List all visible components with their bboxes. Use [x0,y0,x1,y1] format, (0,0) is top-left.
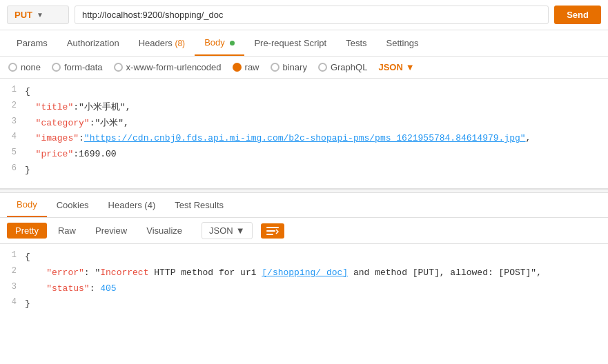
resp-line-2: 2 "error": "Incorrect HTTP method for ur… [0,265,608,281]
response-body: 1 { 2 "error": "Incorrect HTTP method fo… [0,244,608,318]
req-line-3: 3 "category":"小米", [0,116,608,132]
method-select[interactable]: PUT ▼ [7,6,69,24]
view-raw-button[interactable]: Raw [50,223,84,239]
radio-graphql-icon [318,63,327,72]
method-label: PUT [14,10,32,20]
tab-body[interactable]: Body [195,30,244,56]
radio-urlencoded-icon [114,63,123,72]
radio-none-icon [8,63,17,72]
req-line-5: 5 "price":1699.00 [0,147,608,163]
tab-authorization[interactable]: Authorization [57,31,129,55]
request-body-editor[interactable]: 1 { 2 "title":"小米手机", 3 "category":"小米",… [0,79,608,189]
resp-line-3: 3 "status": 405 [0,281,608,297]
resp-tab-body[interactable]: Body [7,193,47,217]
tab-params[interactable]: Params [7,31,57,55]
send-button[interactable]: Send [554,6,601,24]
response-tabs: Body Cookies Headers (4) Test Results [0,193,608,218]
format-chevron-icon: ▼ [236,225,245,236]
body-type-row: none form-data x-www-form-urlencoded raw… [0,57,608,79]
tab-settings[interactable]: Settings [377,31,429,55]
body-type-form-data[interactable]: form-data [52,62,103,72]
body-active-dot [230,41,235,46]
view-visualize-button[interactable]: Visualize [138,223,190,239]
response-format-dropdown[interactable]: JSON ▼ [202,222,253,239]
req-line-2: 2 "title":"小米手机", [0,100,608,116]
svg-rect-2 [266,234,273,235]
headers-badge: (8) [175,39,185,48]
body-type-binary[interactable]: binary [271,62,307,72]
tab-prerequest[interactable]: Pre-request Script [244,31,336,55]
radio-binary-icon [271,63,280,72]
svg-rect-0 [266,227,279,228]
body-type-none[interactable]: none [8,62,41,72]
req-line-1: 1 { [0,84,608,100]
json-chevron-icon: ▼ [406,62,415,72]
radio-raw-icon [233,63,242,72]
url-input[interactable] [75,6,549,24]
view-pretty-button[interactable]: Pretty [7,223,47,239]
body-type-urlencoded[interactable]: x-www-form-urlencoded [114,62,222,72]
request-tabs: Params Authorization Headers (8) Body Pr… [0,30,608,57]
tab-tests[interactable]: Tests [336,31,376,55]
method-chevron-icon: ▼ [37,11,43,19]
url-bar: PUT ▼ Send [0,0,608,30]
resp-tab-cookies[interactable]: Cookies [47,194,99,216]
body-type-raw[interactable]: raw [233,62,259,72]
wrap-button[interactable] [261,223,284,239]
resp-line-1: 1 { [0,250,608,265]
svg-rect-1 [266,230,275,232]
radio-formdata-icon [52,63,61,72]
tab-headers[interactable]: Headers (8) [129,31,195,55]
wrap-icon [266,226,279,236]
body-type-graphql[interactable]: GraphQL [318,62,367,72]
resp-tab-test-results[interactable]: Test Results [165,194,233,216]
view-row: Pretty Raw Preview Visualize JSON ▼ [0,218,608,244]
req-line-4: 4 "images":"https://cdn.cnbj0.fds.api.mi… [0,131,608,147]
json-format-dropdown[interactable]: JSON ▼ [378,62,414,72]
view-preview-button[interactable]: Preview [87,223,135,239]
req-line-6: 6 } [0,163,608,179]
resp-line-4: 4 } [0,296,608,312]
resp-tab-headers[interactable]: Headers (4) [99,194,166,216]
